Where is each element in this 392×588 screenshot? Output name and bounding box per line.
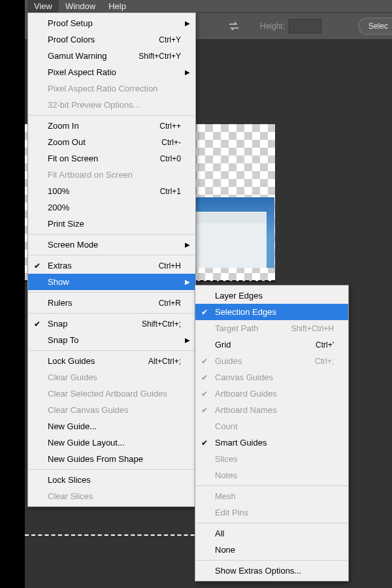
view-menu-item[interactable]: Pixel Aspect Ratio▶ [28,64,195,80]
view-menu-item[interactable]: Proof Setup▶ [28,15,195,31]
menu-separator [29,350,195,351]
menu-item-label: Fit on Screen [48,154,154,163]
checkmark-icon: ✔ [201,389,208,399]
menu-shortcut: Ctrl+0 [160,154,181,163]
menu-separator [196,523,348,523]
menu-item-label: Grid [215,340,309,350]
view-menu-item[interactable]: Proof ColorsCtrl+Y [28,31,195,48]
menu-item-label: Clear Slices [48,491,181,501]
menu-item-label: Canvas Guides [215,372,334,382]
menu-item-label: Notes [215,470,334,480]
menu-item-label: Screen Mode [48,240,181,250]
menu-shortcut: Ctrl+Y [159,35,181,44]
menu-item-label: Guides [215,356,308,366]
view-menu-item: Clear Canvas Guides [28,402,195,418]
menu-view[interactable]: View [27,0,59,12]
view-menu-item[interactable]: Zoom InCtrl++ [28,118,195,134]
menu-separator [196,560,348,561]
submenu-arrow-icon: ▶ [185,336,190,344]
building-shape [195,223,267,268]
view-menu-item[interactable]: Zoom OutCtrl+- [28,134,195,150]
view-menu-item[interactable]: New Guide Layout... [28,434,195,451]
menu-item-label: Gamut Warning [48,51,132,61]
menu-shortcut: Shift+Ctrl+; [142,319,181,329]
view-menu-item[interactable]: 100%Ctrl+1 [28,183,195,199]
menu-item-label: Edit Pins [215,508,334,517]
show-submenu-item: ✔Canvas Guides [195,369,348,385]
menu-item-label: New Guides From Shape [48,454,181,464]
menu-separator [29,469,195,470]
view-menu-item[interactable]: New Guides From Shape [28,451,195,467]
menu-item-label: Clear Guides [48,372,181,382]
menu-item-label: 200% [48,203,181,212]
selection-marquee-bottom [25,534,208,536]
submenu-arrow-icon: ▶ [185,278,190,286]
show-submenu-item: Edit Pins [195,504,348,521]
menu-item-label: Snap To [48,335,181,345]
menu-help[interactable]: Help [102,0,133,12]
menu-item-label: Extras [48,261,152,270]
placed-image [183,197,274,268]
view-menu-item[interactable]: ✔ExtrasCtrl+H [28,257,195,274]
menu-item-label: Zoom Out [48,137,155,147]
menu-item-label: Show [48,277,181,287]
show-submenu-item: Count [195,418,348,434]
menu-separator [29,234,195,235]
view-menu-item[interactable]: Lock GuidesAlt+Ctrl+; [28,353,195,369]
menu-item-label: Snap [48,319,135,329]
select-and-mask-button[interactable]: Selec [359,18,392,35]
view-menu-item[interactable]: Print Size [28,216,195,232]
show-submenu-item[interactable]: Layer Edges [195,287,348,304]
menu-item-label: Show Extras Options... [215,566,334,576]
show-submenu-item[interactable]: None [195,542,348,558]
menu-item-label: Target Path [215,323,285,333]
menu-separator [196,485,348,486]
menu-shortcut: Ctrl++ [159,122,181,131]
show-submenu-item: ✔GuidesCtrl+; [195,353,348,369]
show-submenu-item[interactable]: All [195,525,348,542]
menu-item-label: Pixel Aspect Ratio Correction [48,84,181,93]
show-submenu-item[interactable]: ✔Selection Edges [195,304,348,320]
menu-item-label: Slices [215,454,334,464]
menu-shortcut: Shift+Ctrl+H [291,324,334,333]
view-menu-item[interactable]: Fit on ScreenCtrl+0 [28,150,195,167]
height-field[interactable] [289,19,321,33]
view-menu-item[interactable]: 200% [28,199,195,216]
checkmark-icon: ✔ [201,406,208,415]
view-menu-item[interactable]: RulersCtrl+R [28,295,195,311]
view-menu-item: Pixel Aspect Ratio Correction [28,80,195,97]
view-menu-item[interactable]: ✔SnapShift+Ctrl+; [28,316,195,332]
swap-dimensions-icon[interactable] [227,20,240,33]
view-menu-item: Clear Selected Artboard Guides [28,385,195,402]
view-menu-item[interactable]: New Guide... [28,418,195,434]
menu-separator [29,115,195,116]
show-submenu-item: Target PathShift+Ctrl+H [195,320,348,336]
show-submenu-item[interactable]: Show Extras Options... [195,563,348,579]
view-menu-item: 32-bit Preview Options... [28,97,195,113]
show-submenu-item: Slices [195,451,348,467]
submenu-arrow-icon: ▶ [185,20,190,27]
view-menu-item[interactable]: Show▶ [28,274,195,290]
show-submenu-item: ✔Artboard Names [195,402,348,418]
menu-item-label: Selection Edges [215,307,334,317]
show-submenu-item[interactable]: ✔Smart Guides [195,434,348,451]
view-menu-item[interactable]: Lock Slices [28,472,195,488]
view-menu-item[interactable]: Snap To▶ [28,332,195,348]
menu-item-label: Print Size [48,219,181,229]
view-menu-item: Clear Slices [28,488,195,504]
menubar: View Window Help [25,0,392,12]
menu-item-label: Smart Guides [215,438,334,448]
menu-window[interactable]: Window [59,0,102,12]
show-submenu-item[interactable]: GridCtrl+' [195,336,348,353]
checkmark-icon: ✔ [34,319,41,329]
menu-shortcut: Ctrl+H [159,261,181,270]
checkmark-icon: ✔ [201,438,208,448]
menu-shortcut: Shift+Ctrl+Y [139,52,181,61]
checkmark-icon: ✔ [34,261,41,270]
view-menu-item[interactable]: Screen Mode▶ [28,237,195,253]
menu-shortcut: Ctrl+; [315,357,334,366]
menu-item-label: Clear Canvas Guides [48,405,181,415]
show-submenu-item: Notes [195,467,348,483]
view-menu-item[interactable]: Gamut WarningShift+Ctrl+Y [28,48,195,64]
checkmark-icon: ✔ [201,308,208,317]
